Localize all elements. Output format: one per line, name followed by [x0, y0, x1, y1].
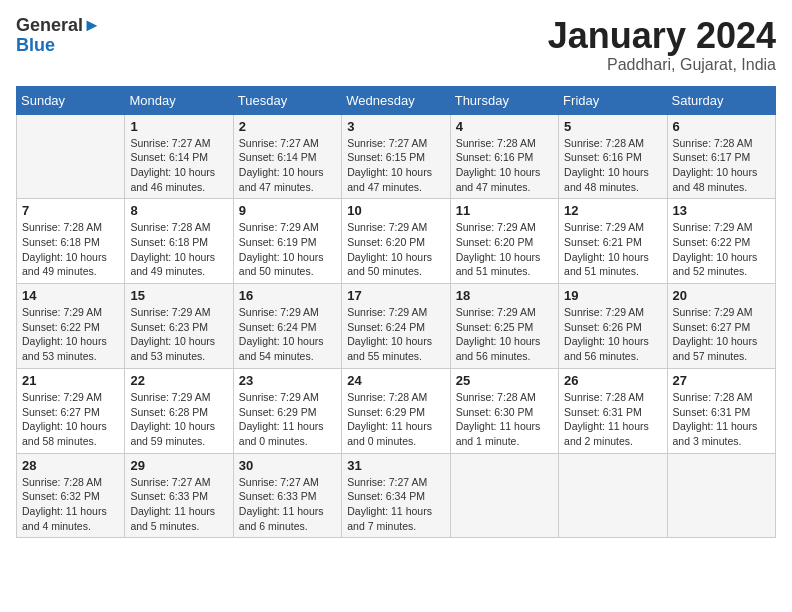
month-title: January 2024: [548, 16, 776, 56]
calendar-cell: 9Sunrise: 7:29 AMSunset: 6:19 PMDaylight…: [233, 199, 341, 284]
calendar-cell: [450, 453, 558, 538]
day-number: 15: [130, 288, 227, 303]
location: Paddhari, Gujarat, India: [548, 56, 776, 74]
logo: General► Blue: [16, 16, 101, 56]
day-number: 29: [130, 458, 227, 473]
day-number: 4: [456, 119, 553, 134]
day-number: 26: [564, 373, 661, 388]
calendar-cell: 18Sunrise: 7:29 AMSunset: 6:25 PMDayligh…: [450, 284, 558, 369]
calendar-cell: 14Sunrise: 7:29 AMSunset: 6:22 PMDayligh…: [17, 284, 125, 369]
calendar-cell: 8Sunrise: 7:28 AMSunset: 6:18 PMDaylight…: [125, 199, 233, 284]
calendar-cell: 2Sunrise: 7:27 AMSunset: 6:14 PMDaylight…: [233, 114, 341, 199]
day-number: 20: [673, 288, 770, 303]
day-info: Sunrise: 7:29 AMSunset: 6:22 PMDaylight:…: [22, 305, 119, 364]
calendar-cell: 5Sunrise: 7:28 AMSunset: 6:16 PMDaylight…: [559, 114, 667, 199]
calendar-cell: 23Sunrise: 7:29 AMSunset: 6:29 PMDayligh…: [233, 368, 341, 453]
day-number: 6: [673, 119, 770, 134]
calendar-cell: 7Sunrise: 7:28 AMSunset: 6:18 PMDaylight…: [17, 199, 125, 284]
calendar-cell: 28Sunrise: 7:28 AMSunset: 6:32 PMDayligh…: [17, 453, 125, 538]
calendar-cell: 26Sunrise: 7:28 AMSunset: 6:31 PMDayligh…: [559, 368, 667, 453]
logo-blue: Blue: [16, 35, 55, 55]
day-number: 2: [239, 119, 336, 134]
day-info: Sunrise: 7:29 AMSunset: 6:27 PMDaylight:…: [22, 390, 119, 449]
day-number: 12: [564, 203, 661, 218]
calendar-cell: 20Sunrise: 7:29 AMSunset: 6:27 PMDayligh…: [667, 284, 775, 369]
day-number: 25: [456, 373, 553, 388]
col-header-tuesday: Tuesday: [233, 86, 341, 114]
calendar-cell: [667, 453, 775, 538]
day-info: Sunrise: 7:29 AMSunset: 6:28 PMDaylight:…: [130, 390, 227, 449]
day-number: 28: [22, 458, 119, 473]
day-number: 7: [22, 203, 119, 218]
title-area: January 2024 Paddhari, Gujarat, India: [548, 16, 776, 74]
day-number: 24: [347, 373, 444, 388]
day-number: 19: [564, 288, 661, 303]
day-number: 10: [347, 203, 444, 218]
day-number: 14: [22, 288, 119, 303]
calendar-table: SundayMondayTuesdayWednesdayThursdayFrid…: [16, 86, 776, 539]
calendar-cell: 13Sunrise: 7:29 AMSunset: 6:22 PMDayligh…: [667, 199, 775, 284]
col-header-thursday: Thursday: [450, 86, 558, 114]
day-number: 1: [130, 119, 227, 134]
col-header-wednesday: Wednesday: [342, 86, 450, 114]
day-info: Sunrise: 7:28 AMSunset: 6:31 PMDaylight:…: [673, 390, 770, 449]
day-info: Sunrise: 7:29 AMSunset: 6:23 PMDaylight:…: [130, 305, 227, 364]
calendar-cell: 30Sunrise: 7:27 AMSunset: 6:33 PMDayligh…: [233, 453, 341, 538]
day-number: 3: [347, 119, 444, 134]
calendar-cell: [17, 114, 125, 199]
day-info: Sunrise: 7:27 AMSunset: 6:33 PMDaylight:…: [130, 475, 227, 534]
col-header-sunday: Sunday: [17, 86, 125, 114]
calendar-cell: 27Sunrise: 7:28 AMSunset: 6:31 PMDayligh…: [667, 368, 775, 453]
day-number: 27: [673, 373, 770, 388]
day-info: Sunrise: 7:29 AMSunset: 6:21 PMDaylight:…: [564, 220, 661, 279]
calendar-cell: 6Sunrise: 7:28 AMSunset: 6:17 PMDaylight…: [667, 114, 775, 199]
calendar-cell: 17Sunrise: 7:29 AMSunset: 6:24 PMDayligh…: [342, 284, 450, 369]
col-header-saturday: Saturday: [667, 86, 775, 114]
calendar-cell: 1Sunrise: 7:27 AMSunset: 6:14 PMDaylight…: [125, 114, 233, 199]
day-info: Sunrise: 7:28 AMSunset: 6:16 PMDaylight:…: [564, 136, 661, 195]
day-number: 9: [239, 203, 336, 218]
calendar-cell: 31Sunrise: 7:27 AMSunset: 6:34 PMDayligh…: [342, 453, 450, 538]
day-info: Sunrise: 7:29 AMSunset: 6:20 PMDaylight:…: [456, 220, 553, 279]
day-info: Sunrise: 7:29 AMSunset: 6:22 PMDaylight:…: [673, 220, 770, 279]
day-info: Sunrise: 7:28 AMSunset: 6:18 PMDaylight:…: [130, 220, 227, 279]
calendar-cell: 22Sunrise: 7:29 AMSunset: 6:28 PMDayligh…: [125, 368, 233, 453]
day-info: Sunrise: 7:29 AMSunset: 6:25 PMDaylight:…: [456, 305, 553, 364]
calendar-cell: 21Sunrise: 7:29 AMSunset: 6:27 PMDayligh…: [17, 368, 125, 453]
calendar-cell: 16Sunrise: 7:29 AMSunset: 6:24 PMDayligh…: [233, 284, 341, 369]
day-info: Sunrise: 7:28 AMSunset: 6:31 PMDaylight:…: [564, 390, 661, 449]
day-info: Sunrise: 7:28 AMSunset: 6:17 PMDaylight:…: [673, 136, 770, 195]
calendar-cell: 29Sunrise: 7:27 AMSunset: 6:33 PMDayligh…: [125, 453, 233, 538]
calendar-cell: 15Sunrise: 7:29 AMSunset: 6:23 PMDayligh…: [125, 284, 233, 369]
col-header-monday: Monday: [125, 86, 233, 114]
calendar-cell: 19Sunrise: 7:29 AMSunset: 6:26 PMDayligh…: [559, 284, 667, 369]
day-info: Sunrise: 7:27 AMSunset: 6:14 PMDaylight:…: [239, 136, 336, 195]
day-info: Sunrise: 7:28 AMSunset: 6:29 PMDaylight:…: [347, 390, 444, 449]
day-info: Sunrise: 7:27 AMSunset: 6:33 PMDaylight:…: [239, 475, 336, 534]
day-number: 18: [456, 288, 553, 303]
day-number: 17: [347, 288, 444, 303]
day-info: Sunrise: 7:27 AMSunset: 6:34 PMDaylight:…: [347, 475, 444, 534]
calendar-cell: 3Sunrise: 7:27 AMSunset: 6:15 PMDaylight…: [342, 114, 450, 199]
day-info: Sunrise: 7:29 AMSunset: 6:27 PMDaylight:…: [673, 305, 770, 364]
day-info: Sunrise: 7:29 AMSunset: 6:20 PMDaylight:…: [347, 220, 444, 279]
col-header-friday: Friday: [559, 86, 667, 114]
page-header: General► Blue January 2024 Paddhari, Guj…: [16, 16, 776, 74]
calendar-cell: 11Sunrise: 7:29 AMSunset: 6:20 PMDayligh…: [450, 199, 558, 284]
day-number: 31: [347, 458, 444, 473]
logo-general: General: [16, 15, 83, 35]
calendar-cell: 24Sunrise: 7:28 AMSunset: 6:29 PMDayligh…: [342, 368, 450, 453]
calendar-cell: 10Sunrise: 7:29 AMSunset: 6:20 PMDayligh…: [342, 199, 450, 284]
day-info: Sunrise: 7:28 AMSunset: 6:32 PMDaylight:…: [22, 475, 119, 534]
day-info: Sunrise: 7:29 AMSunset: 6:24 PMDaylight:…: [347, 305, 444, 364]
day-number: 8: [130, 203, 227, 218]
calendar-cell: 4Sunrise: 7:28 AMSunset: 6:16 PMDaylight…: [450, 114, 558, 199]
day-info: Sunrise: 7:27 AMSunset: 6:14 PMDaylight:…: [130, 136, 227, 195]
day-info: Sunrise: 7:29 AMSunset: 6:24 PMDaylight:…: [239, 305, 336, 364]
calendar-cell: [559, 453, 667, 538]
day-number: 16: [239, 288, 336, 303]
day-number: 11: [456, 203, 553, 218]
day-info: Sunrise: 7:29 AMSunset: 6:19 PMDaylight:…: [239, 220, 336, 279]
calendar-cell: 25Sunrise: 7:28 AMSunset: 6:30 PMDayligh…: [450, 368, 558, 453]
day-info: Sunrise: 7:28 AMSunset: 6:16 PMDaylight:…: [456, 136, 553, 195]
